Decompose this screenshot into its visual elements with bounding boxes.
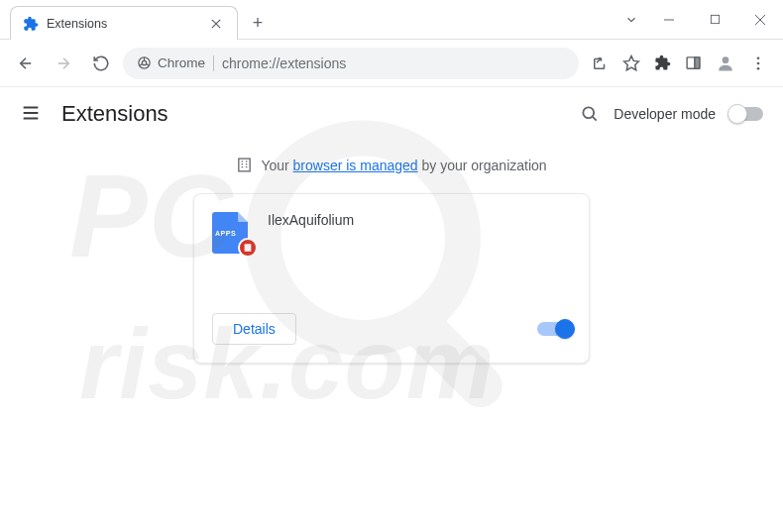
extension-enable-toggle[interactable] xyxy=(537,322,571,336)
svg-line-12 xyxy=(146,64,149,66)
window-maximize-button[interactable] xyxy=(692,4,737,36)
svg-rect-16 xyxy=(695,57,700,68)
window-close-button[interactable] xyxy=(737,4,783,36)
extension-icon: APPS xyxy=(212,212,252,252)
page-title: Extensions xyxy=(61,101,580,127)
profile-avatar-icon[interactable] xyxy=(716,53,735,73)
svg-rect-33 xyxy=(245,244,252,252)
svg-point-18 xyxy=(757,56,760,59)
window-minimize-button[interactable] xyxy=(646,4,692,36)
managed-notice: Your browser is managed by your organiza… xyxy=(0,141,783,193)
chrome-scheme-chip: Chrome xyxy=(137,55,205,70)
caret-down-icon xyxy=(624,13,638,27)
bookmark-star-icon[interactable] xyxy=(622,54,640,72)
tab-close-button[interactable] xyxy=(207,19,225,29)
share-icon[interactable] xyxy=(591,54,609,72)
page-header: Extensions Developer mode xyxy=(0,87,783,141)
developer-mode-label: Developer mode xyxy=(614,106,716,122)
sidepanel-icon[interactable] xyxy=(685,54,702,71)
extensions-puzzle-icon[interactable] xyxy=(654,54,671,71)
building-icon xyxy=(236,157,253,173)
org-badge-icon xyxy=(238,238,258,258)
tab-strip: Extensions + xyxy=(10,6,272,40)
svg-rect-1 xyxy=(711,15,719,23)
tab-title: Extensions xyxy=(47,17,207,31)
scheme-label: Chrome xyxy=(158,55,205,70)
managed-prefix: Your xyxy=(261,158,292,173)
omnibox-divider xyxy=(213,55,214,71)
svg-line-11 xyxy=(140,64,143,66)
managed-suffix: by your organization xyxy=(418,158,547,173)
svg-point-24 xyxy=(584,107,595,118)
new-tab-button[interactable]: + xyxy=(244,9,272,37)
url-text: chrome://extensions xyxy=(222,55,346,71)
managed-link[interactable]: browser is managed xyxy=(293,158,418,173)
browser-tab[interactable]: Extensions xyxy=(10,6,238,40)
svg-point-9 xyxy=(142,60,146,64)
svg-point-17 xyxy=(723,56,729,63)
svg-line-25 xyxy=(593,117,597,121)
browser-toolbar: Chrome chrome://extensions xyxy=(0,40,783,87)
extension-puzzle-icon xyxy=(23,16,39,32)
svg-rect-26 xyxy=(239,159,250,171)
svg-marker-13 xyxy=(624,55,639,69)
extensions-page: Extensions Developer mode Your browser i… xyxy=(0,87,783,364)
svg-point-20 xyxy=(757,66,760,69)
address-bar[interactable]: Chrome chrome://extensions xyxy=(123,48,579,79)
details-button[interactable]: Details xyxy=(212,313,296,345)
apps-badge-text: APPS xyxy=(215,230,236,237)
svg-point-19 xyxy=(757,61,760,64)
back-button[interactable] xyxy=(10,48,42,79)
search-icon[interactable] xyxy=(580,104,600,124)
forward-button[interactable] xyxy=(48,48,79,79)
hamburger-menu-icon[interactable] xyxy=(20,102,44,126)
developer-mode-toggle[interactable] xyxy=(729,107,763,121)
reload-button[interactable] xyxy=(85,48,117,79)
extension-card: APPS IlexAquifolium Details xyxy=(193,193,590,364)
kebab-menu-icon[interactable] xyxy=(749,54,767,72)
extension-name: IlexAquifolium xyxy=(268,212,354,303)
